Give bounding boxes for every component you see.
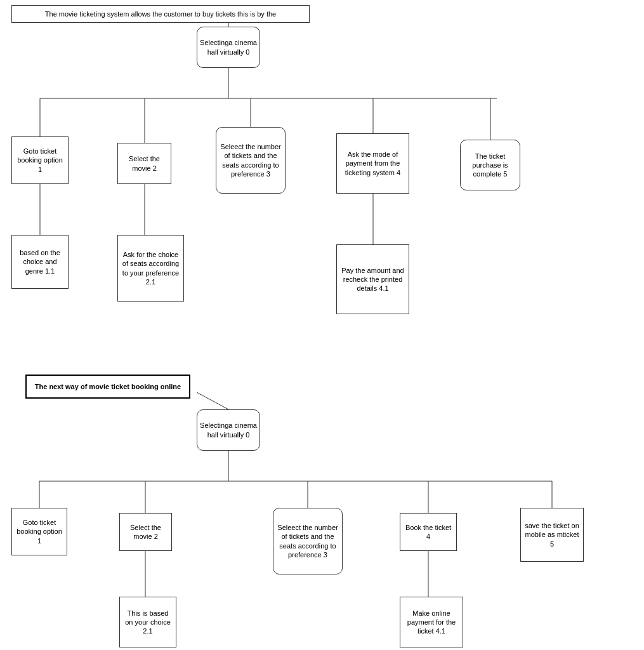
svg-line-11	[197, 392, 228, 409]
diagram2-node5: save the ticket on mobile as mticket 5	[520, 508, 584, 562]
diagram1-node4: Ask the mode of payment from the ticketi…	[336, 133, 409, 194]
diagram2-node4: Book the ticket 4	[400, 513, 457, 551]
diagram1-node5: The ticket purchase is complete 5	[460, 140, 520, 190]
diagram1-node2: Select the movie 2	[117, 143, 171, 184]
diagram2-node4-1: Make online payment for the ticket 4.1	[400, 597, 463, 647]
diagram1-title: The movie ticketing system allows the cu…	[11, 5, 310, 23]
diagram1-node4-1: Pay the amount and recheck the printed d…	[336, 244, 409, 314]
diagram1-node3: Seleect the number of tickets and the se…	[216, 127, 286, 194]
diagram2-title: The next way of movie ticket booking onl…	[25, 375, 190, 399]
diagram1-root: Selectinga cinema hall virtually 0	[197, 27, 260, 68]
diagram2-root: Selectinga cinema hall virtually 0	[197, 409, 260, 451]
diagram2-node3: Seleect the number of tickets and the se…	[273, 508, 343, 574]
diagram1-node1-1: based on the choice and genre 1.1	[11, 235, 69, 289]
diagram1-node1: Goto ticket booking option 1	[11, 136, 69, 184]
diagram2-node2: Select the movie 2	[119, 513, 172, 551]
diagram2-node2-1: This is based on your choice 2.1	[119, 597, 176, 647]
diagram1-node2-1: Ask for the choice of seats according to…	[117, 235, 184, 302]
diagram2-node1: Goto ticket booking option 1	[11, 508, 67, 555]
diagram-container: The movie ticketing system allows the cu…	[0, 0, 644, 13]
